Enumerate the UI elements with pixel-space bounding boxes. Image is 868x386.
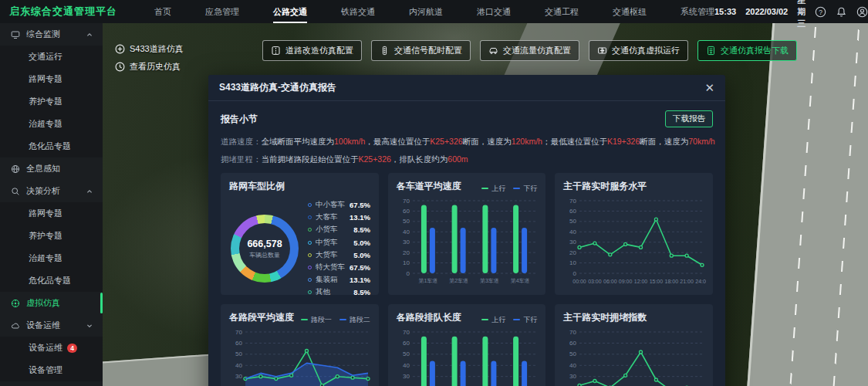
- sidebar-item-6[interactable]: 全息感知: [0, 157, 103, 180]
- legend-dot: [308, 253, 312, 257]
- sidebar-item-15[interactable]: 设备管理: [0, 359, 103, 381]
- download-report-button[interactable]: 下载报告: [665, 110, 713, 127]
- legend-count: 30: [370, 276, 379, 284]
- search-icon: [11, 187, 20, 196]
- summary-line-1: 拥堵里程：当前拥堵路段起始位置位于K25+326，排队长度约为600m: [221, 154, 713, 165]
- svg-text:50: 50: [235, 350, 242, 357]
- donut-legend-row: 大客车13.1%30: [308, 212, 379, 222]
- sidebar-item-1[interactable]: 交通运行: [0, 46, 103, 68]
- sidebar-item-label: 治超专题: [29, 252, 62, 264]
- sidebar-item-4[interactable]: 治超专题: [0, 113, 103, 135]
- legend-percent: 5.0%: [345, 251, 370, 259]
- svg-text:30: 30: [403, 239, 410, 245]
- svg-text:00:00: 00:00: [573, 279, 587, 284]
- sidebar-item-8[interactable]: 路网专题: [0, 202, 103, 225]
- svg-text:60: 60: [403, 208, 410, 215]
- nav-item-7[interactable]: 交通枢纽: [613, 0, 647, 23]
- sidebar-item-9[interactable]: 养护专题: [0, 225, 103, 247]
- map-link-label: S433道路仿真: [130, 43, 184, 55]
- legend-dot: [308, 203, 312, 207]
- nav-item-0[interactable]: 首页: [154, 0, 171, 23]
- nav-item-8[interactable]: 系统管理: [681, 0, 714, 23]
- map-link-label: 查看历史仿真: [130, 61, 181, 73]
- sidebar-item-14[interactable]: 设备运维4: [0, 337, 103, 359]
- toolbar-button-4[interactable]: 交通仿真报告下载: [697, 40, 797, 61]
- sidebar-item-label: 设备管理: [29, 364, 62, 376]
- sidebar-item-2[interactable]: 路网专题: [0, 68, 103, 90]
- sidebar-item-5[interactable]: 危化品专题: [0, 135, 103, 157]
- svg-text:第4车道: 第4车道: [510, 278, 529, 283]
- toolbar-button-2[interactable]: 交通流量仿真配置: [480, 40, 579, 61]
- donut-legend-row: 其他8.5%20: [308, 287, 379, 295]
- report-icon: [706, 46, 716, 56]
- legend-name: 特大货车: [316, 262, 345, 273]
- vehicle-donut-chart: 666,578车辆总数量: [231, 215, 299, 283]
- svg-text:50: 50: [569, 218, 576, 225]
- toolbar-button-3[interactable]: 交通仿真虚拟运行: [589, 40, 688, 61]
- svg-text:30: 30: [235, 373, 242, 380]
- svg-text:60: 60: [569, 208, 576, 215]
- svg-text:60: 60: [403, 340, 410, 347]
- svg-text:第2车道: 第2车道: [449, 278, 468, 283]
- toolbar-button-label: 交通信号配时配置: [394, 45, 462, 56]
- sidebar-item-12[interactable]: 虚拟仿真: [0, 292, 103, 314]
- sidebar-item-3[interactable]: 养护专题: [0, 90, 103, 113]
- sidebar-item-label: 养护专题: [29, 96, 62, 107]
- nav-item-5[interactable]: 港口交通: [477, 0, 511, 23]
- monitor-icon: [11, 30, 20, 39]
- legend-name: 大货车: [316, 250, 345, 260]
- close-icon[interactable]: ✕: [704, 82, 714, 93]
- map-road-vertical: [746, 23, 868, 386]
- sidebar-item-label: 危化品专题: [29, 275, 71, 286]
- legend-count: 20: [370, 225, 379, 234]
- caret-down-icon[interactable]: [86, 322, 93, 330]
- caret-up-icon[interactable]: [86, 31, 93, 39]
- nav-item-2[interactable]: 公路交通: [273, 0, 307, 23]
- svg-text:70: 70: [235, 329, 242, 336]
- sidebar-item-10[interactable]: 治超专题: [0, 247, 103, 269]
- modal-title: S433道路仿真-交通仿真报告: [219, 81, 336, 94]
- map-link-0[interactable]: S433道路仿真: [115, 43, 184, 55]
- toolbar-button-1[interactable]: 交通信号配时配置: [371, 40, 471, 61]
- svg-text:15:00: 15:00: [650, 279, 664, 284]
- toolbar-button-label: 交通仿真报告下载: [721, 45, 789, 56]
- nav-item-4[interactable]: 内河航道: [409, 0, 443, 23]
- summary-text: K25+326: [430, 137, 462, 146]
- summary-text: 600m: [448, 154, 468, 164]
- svg-text:06:00: 06:00: [603, 279, 617, 284]
- legend-item: 路段一: [301, 315, 332, 325]
- sidebar: 综合监测交通运行路网专题养护专题治超专题危化品专题全息感知决策分析路网专题养护专…: [0, 23, 103, 386]
- legend-count: 2: [370, 251, 379, 259]
- nav-item-1[interactable]: 应急管理: [205, 0, 239, 23]
- legend-item: 路段二: [339, 315, 370, 325]
- chart-title: 各路段排队长度: [397, 311, 461, 324]
- sidebar-item-13[interactable]: 设备运维: [0, 314, 103, 337]
- svg-text:?: ?: [819, 8, 822, 15]
- map-link-1[interactable]: 查看历史仿真: [115, 61, 184, 73]
- svg-text:0: 0: [406, 270, 410, 277]
- bell-icon[interactable]: [836, 6, 847, 18]
- legend-name: 中货车: [316, 238, 345, 248]
- user-icon[interactable]: [856, 6, 868, 18]
- legend-dot: [308, 228, 312, 232]
- svg-text:40: 40: [569, 362, 576, 369]
- svg-text:0: 0: [573, 270, 577, 277]
- simulation-icon: [11, 299, 20, 308]
- svg-text:03:00: 03:00: [588, 279, 602, 284]
- sidebar-item-7[interactable]: 决策分析: [0, 180, 103, 202]
- chart-title: 路网车型比例: [229, 180, 285, 193]
- notification-badge: 4: [67, 344, 77, 353]
- svg-text:60: 60: [235, 340, 242, 347]
- toolbar-button-0[interactable]: 道路改造仿真配置: [262, 40, 362, 61]
- sidebar-item-11[interactable]: 危化品专题: [0, 269, 103, 292]
- nav-item-3[interactable]: 铁路交通: [341, 0, 375, 23]
- nav-item-6[interactable]: 交通工程: [545, 0, 579, 23]
- chart-card-section-queue-length: 各路段排队长度上行下行010203040506070: [388, 304, 546, 386]
- topbar: 启东综合交通管理平台 首页应急管理公路交通铁路交通内河航道港口交通交通工程交通枢…: [0, 0, 868, 23]
- sidebar-item-label: 决策分析: [26, 185, 60, 197]
- legend-count: 20: [370, 288, 379, 295]
- help-icon[interactable]: ?: [815, 6, 826, 18]
- sidebar-item-0[interactable]: 综合监测: [0, 23, 103, 46]
- caret-up-icon[interactable]: [86, 188, 93, 195]
- summary-text: K25+326: [359, 154, 391, 164]
